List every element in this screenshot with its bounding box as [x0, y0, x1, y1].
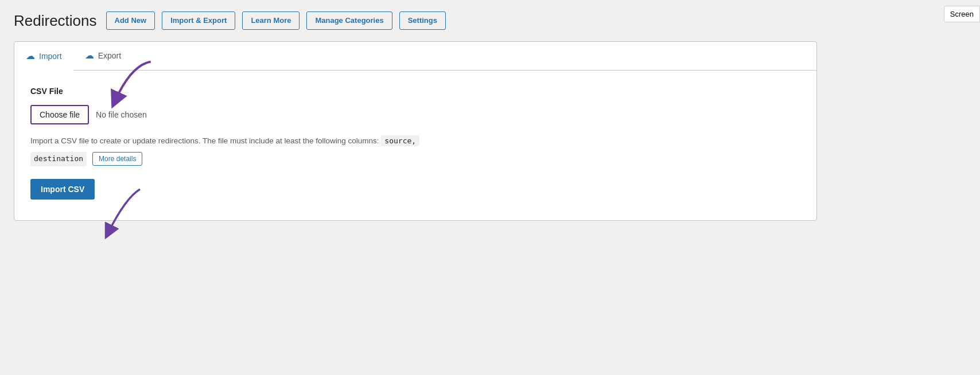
import-tab-label: Import: [39, 52, 62, 61]
import-description-2: destination More details: [30, 152, 800, 166]
main-card: ☁ Import ☁ Export CSV File Choose file N…: [14, 41, 817, 221]
tabs-row: ☁ Import ☁ Export: [14, 42, 816, 71]
destination-code: destination: [30, 152, 87, 166]
export-tab[interactable]: ☁ Export: [73, 42, 133, 70]
page-title: Redirections: [14, 12, 97, 30]
settings-button[interactable]: Settings: [399, 11, 446, 30]
learn-more-button[interactable]: Learn More: [242, 11, 300, 30]
no-file-status: No file chosen: [96, 110, 147, 119]
import-description: Import a CSV file to create or update re…: [30, 135, 800, 147]
export-tab-label: Export: [98, 51, 121, 60]
import-export-button[interactable]: Import & Export: [162, 11, 235, 30]
screen-button[interactable]: Screen: [944, 6, 980, 22]
add-new-button[interactable]: Add New: [106, 11, 155, 30]
source-code: source,: [381, 135, 419, 146]
more-details-button[interactable]: More details: [92, 152, 142, 166]
import-tab[interactable]: ☁ Import: [14, 42, 73, 71]
choose-file-button[interactable]: Choose file: [30, 105, 89, 124]
page-header: Redirections Add New Import & Export Lea…: [14, 11, 966, 30]
file-input-row: Choose file No file chosen: [30, 105, 800, 124]
csv-file-label: CSV File: [30, 87, 800, 96]
export-cloud-icon: ☁: [85, 50, 94, 61]
import-csv-button[interactable]: Import CSV: [30, 179, 95, 200]
import-cloud-icon: ☁: [26, 50, 35, 61]
tab-content-import: CSV File Choose file No file chosen Impo…: [14, 71, 816, 220]
manage-categories-button[interactable]: Manage Categories: [306, 11, 392, 30]
